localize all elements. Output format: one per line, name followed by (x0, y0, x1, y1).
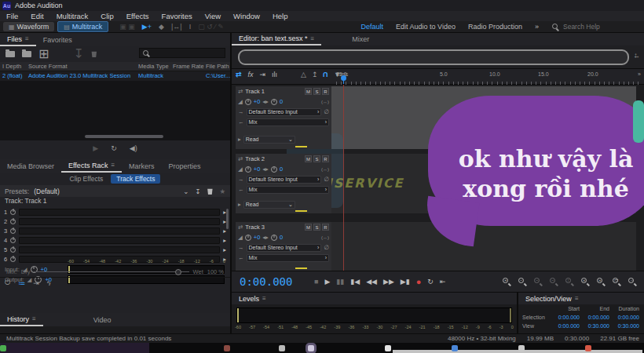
zoom-selection-icon[interactable]: ▭ (612, 277, 622, 287)
automation-lane-handle[interactable] (295, 210, 307, 212)
taskbar-icon-7[interactable] (585, 345, 591, 351)
playhead-line[interactable] (343, 85, 344, 271)
search-help-input[interactable] (563, 23, 634, 31)
preset-dropdown-icon[interactable]: ⌄ (183, 187, 188, 195)
slip-tool-icon[interactable]: |↔| (171, 23, 182, 31)
stop-button[interactable]: ■ (314, 278, 318, 286)
track-name[interactable]: Track 2 (245, 155, 265, 162)
volume-knob[interactable] (245, 235, 251, 241)
preview-loop-icon[interactable]: ↻ (111, 144, 117, 152)
no-monitor-icon[interactable]: ∅ (324, 244, 329, 251)
search-help-box[interactable] (551, 23, 644, 31)
taskbar-icon-5[interactable] (452, 345, 458, 351)
tab-properties[interactable]: Properties (162, 159, 208, 173)
taskbar-icon-1[interactable] (224, 345, 230, 351)
sends-icon[interactable]: (↔) (321, 100, 329, 104)
import-file-icon[interactable] (22, 51, 31, 57)
tab-editor[interactable]: Editor: ban text.sesx * ≡ (232, 33, 321, 45)
selection-tool-icon[interactable]: I (189, 23, 192, 31)
automation-lane-handle[interactable] (295, 267, 307, 269)
zoom-navigator-range[interactable] (238, 49, 629, 65)
track-input-select[interactable]: Default Stereo Input › (247, 244, 322, 252)
record-arm-button[interactable]: R (322, 224, 329, 231)
track-output-select[interactable]: Mix › (247, 118, 330, 126)
fx-icon[interactable]: fx (248, 71, 254, 78)
track-name[interactable]: Track 3 (245, 224, 265, 231)
panel-menu-icon[interactable]: ≡ (262, 295, 266, 302)
menu-item[interactable]: Multitrack (50, 12, 95, 20)
pan-value[interactable]: 0 (280, 98, 283, 105)
playhead-marker[interactable] (341, 75, 346, 81)
volume-knob[interactable] (245, 99, 251, 105)
slot-arrow-icon[interactable]: ▸ (223, 246, 226, 253)
zoom-out-point-icon[interactable]: » (596, 277, 606, 287)
column-header[interactable]: I Depth (2, 63, 21, 70)
routing-icon[interactable]: ⇥ (260, 71, 266, 78)
snap-magnet-icon[interactable]: U (323, 71, 328, 78)
selection-duration-value[interactable]: 0:00.000 (609, 315, 639, 320)
zoom-out-amplitude-icon[interactable]: ~ (549, 277, 559, 287)
panel-menu-icon[interactable]: ≡ (575, 295, 579, 302)
fast-forward-button[interactable]: ▶▶ (383, 278, 394, 286)
slot-field[interactable] (19, 209, 220, 216)
volume-value[interactable]: +0 (254, 166, 261, 173)
tab-effects-rack[interactable]: Effects Rack ≡ (61, 159, 122, 173)
workspace-radio-production-button[interactable]: Radio Production (468, 23, 522, 31)
rewind-button[interactable]: ◀◀ (366, 278, 377, 286)
automation-mode-select[interactable]: Read ⌄ (243, 136, 295, 144)
panel-menu-icon[interactable]: ≡ (25, 35, 29, 42)
solo-button[interactable]: S (313, 224, 320, 231)
slot-field[interactable] (19, 227, 220, 235)
tab-markers[interactable]: Markers (122, 159, 162, 173)
pan-value[interactable]: 0 (280, 234, 283, 241)
view-start-value[interactable]: 0:00.000 (550, 323, 580, 329)
multitrack-view-button[interactable]: ▤ Multitrack (57, 21, 108, 32)
effect-slot[interactable]: 3 ▸ (0, 226, 230, 235)
selection-start-value[interactable]: 0:00.000 (550, 315, 580, 320)
waveform-view-button[interactable]: ▦ Waveform (3, 22, 54, 31)
tab-files[interactable]: Files ≡ (0, 33, 36, 46)
workspace-edit-audio-video-button[interactable]: Edit Audio to Video (396, 23, 456, 31)
pause-button[interactable]: ▮▮ (336, 278, 344, 286)
sends-icon[interactable]: (↔) (321, 167, 329, 172)
no-monitor-icon[interactable]: ∅ (324, 108, 329, 115)
track-output-select[interactable]: Mix › (247, 254, 330, 262)
file-list-row[interactable]: 2 (float) Adobe Audition 23.0 Multitrack… (0, 71, 230, 81)
zoom-out-time-icon[interactable]: − (518, 277, 528, 287)
panel-menu-icon[interactable]: ≡ (311, 35, 315, 42)
solo-button[interactable]: S (313, 155, 320, 162)
effect-slot[interactable]: 1 ▸ (0, 207, 230, 217)
favorite-star-icon[interactable]: ★ (219, 187, 225, 195)
new-item-icon[interactable]: ⊞ (38, 46, 49, 61)
menu-item[interactable]: Edit (24, 12, 49, 20)
mute-button[interactable]: M (305, 88, 312, 95)
menu-item[interactable]: Favorites (156, 12, 199, 20)
effect-slot[interactable]: 5 ▸ (0, 245, 230, 254)
tab-history[interactable]: History ≡ (0, 313, 43, 326)
slots-scrollbar[interactable] (226, 209, 229, 229)
selection-end-value[interactable]: 0:00.000 (580, 315, 609, 320)
track-effects-tab[interactable]: Track Effects (111, 174, 160, 184)
play-button[interactable]: ▶ (324, 278, 330, 286)
track-input-select[interactable]: Default Stereo Input › (247, 108, 322, 116)
taskbar-icon-8[interactable] (0, 345, 6, 351)
rack-bolt-icon[interactable]: ϟ (47, 279, 51, 287)
files-search-box[interactable] (139, 48, 225, 58)
taskbar-icon-3[interactable] (308, 345, 314, 351)
workspace-overflow-button[interactable]: » (535, 23, 539, 31)
column-header[interactable]: Frame Rate (173, 63, 204, 70)
skip-to-start-button[interactable]: ▮◀ (350, 278, 360, 286)
volume-knob[interactable] (245, 166, 251, 173)
tab-favorites[interactable]: Favorites (36, 33, 79, 46)
menu-item[interactable]: Help (266, 12, 295, 20)
metering-icon[interactable]: ılı (272, 71, 277, 78)
volume-value[interactable]: +0 (254, 234, 261, 241)
preview-play-icon[interactable]: ▶ (93, 144, 98, 152)
column-header[interactable]: Source Format (28, 63, 68, 70)
razor-tool-icon[interactable]: ◆ (159, 23, 164, 31)
no-monitor-icon[interactable]: ∅ (324, 176, 329, 183)
delete-preset-icon[interactable] (207, 187, 213, 195)
slot-power-icon[interactable] (10, 247, 16, 253)
automation-expand-icon[interactable]: ▸ (238, 136, 241, 143)
slot-field[interactable] (19, 237, 220, 244)
